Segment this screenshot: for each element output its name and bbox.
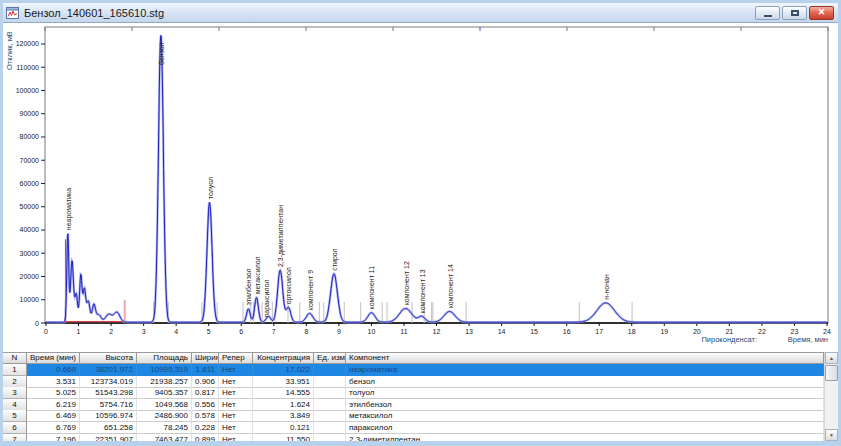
table-cell: этилбензол (346, 399, 824, 411)
peak-label: бензол (158, 42, 165, 65)
y-tick-label: 100000 (16, 87, 39, 94)
table-cell: 1.811 (192, 364, 219, 376)
table-cell: 5754.716 (80, 399, 137, 411)
table-cell: Нет (219, 434, 253, 441)
window-controls: ✕ (755, 6, 835, 20)
scroll-down-button[interactable]: ▼ (825, 429, 838, 441)
table-row[interactable]: 46.2195754.7161049.5680.556Нет1.624этилб… (3, 399, 824, 411)
table-row[interactable]: 77.19622351.9077463.4770.899Нет11.5502,3… (3, 434, 824, 441)
y-tick-label: 20000 (20, 273, 40, 280)
table-scrollbar[interactable]: ▲ ▼ (824, 352, 838, 441)
x-tick-label: 9 (337, 328, 341, 335)
peak-label: 2,3-диметилпентан (277, 205, 285, 267)
table-cell: бензол (346, 376, 824, 388)
x-tick-label: 16 (563, 328, 571, 335)
results-table-panel: NВремя (мин)ВысотаПлощадьШирин.РеперКонц… (3, 352, 838, 441)
table-cell: Нет (219, 399, 253, 411)
table-cell: 21938.257 (137, 376, 192, 388)
table-cell: 0.228 (192, 422, 219, 434)
row-number-cell: 5 (3, 410, 27, 422)
peak-label: компонент 14 (447, 264, 454, 308)
column-header[interactable]: N (3, 353, 27, 364)
table-row[interactable]: 23.531123734.01921938.2570.906Нет33.951б… (3, 376, 824, 388)
table-row[interactable]: 10.66938201.97210999.3191.811Нет17.022не… (3, 364, 824, 376)
minimize-button[interactable] (755, 6, 780, 20)
maximize-button[interactable] (782, 6, 807, 20)
x-tick-label: 1 (77, 328, 81, 335)
y-tick-label: 120000 (16, 40, 39, 47)
chromatogram-panel: 0100002000030000400005000060000700008000… (3, 23, 838, 352)
column-header[interactable]: Репер (219, 353, 253, 364)
table-cell: 7.196 (27, 434, 80, 441)
peak-label: стирол (331, 248, 339, 270)
table-cell: неароматика (346, 364, 824, 376)
table-cell: 10999.319 (137, 364, 192, 376)
document-icon (6, 6, 20, 20)
column-header[interactable]: Ед. изм (314, 353, 346, 364)
table-cell: параксилол (346, 422, 824, 434)
peak-label: этилбензол (245, 268, 252, 305)
column-header[interactable]: Время (мин) (27, 353, 80, 364)
scrollbar-thumb[interactable] (825, 365, 838, 381)
x-tick-label: 22 (758, 328, 766, 335)
column-header[interactable]: Компонент (346, 353, 824, 364)
minimize-icon (764, 15, 772, 17)
x-tick-label: 12 (433, 328, 441, 335)
table-cell: 6.219 (27, 399, 80, 411)
app-window: Бензол_140601_165610.stg ✕ 0100002000030… (0, 0, 841, 446)
chromatogram[interactable]: 0100002000030000400005000060000700008000… (3, 23, 838, 352)
table-cell: 123734.019 (80, 376, 137, 388)
peak-table: NВремя (мин)ВысотаПлощадьШирин.РеперКонц… (3, 352, 824, 441)
table-row[interactable]: 35.02551543.2989405.3570.817Нет14.555тол… (3, 387, 824, 399)
x-tick-label: 5 (207, 328, 211, 335)
table-cell: 3.849 (253, 410, 314, 422)
column-header[interactable]: Площадь (137, 353, 192, 364)
x-tick-label: 11 (400, 328, 407, 335)
table-cell: 1.624 (253, 399, 314, 411)
table-cell: 6.469 (27, 410, 80, 422)
peak-label: компонент 12 (403, 261, 410, 305)
x-axis-stream-label: Пироконденсат: (701, 335, 757, 344)
table-cell: 0.669 (27, 364, 80, 376)
table-row[interactable]: 56.46910596.9742486.9000.578Нет3.849мета… (3, 410, 824, 422)
table-cell: 3.531 (27, 376, 80, 388)
title-bar[interactable]: Бензол_140601_165610.stg ✕ (3, 3, 838, 23)
scroll-up-button[interactable]: ▲ (825, 352, 838, 364)
y-tick-label: 30000 (20, 250, 40, 257)
y-tick-label: 80000 (20, 133, 40, 140)
table-cell: 2,3-диметилпентан (346, 434, 824, 441)
table-cell: толуол (346, 387, 824, 399)
table-cell: метаксилол (346, 410, 824, 422)
table-cell: Нет (219, 410, 253, 422)
row-number-cell: 7 (3, 434, 27, 441)
table-cell: 0.578 (192, 410, 219, 422)
table-cell (314, 434, 346, 441)
x-tick-label: 14 (498, 328, 506, 335)
y-tick-label: 0 (35, 320, 39, 327)
table-cell (314, 422, 346, 434)
x-tick-label: 10 (368, 328, 376, 335)
y-tick-label: 10000 (20, 296, 40, 303)
x-tick-label: 19 (660, 328, 668, 335)
table-cell: 17.022 (253, 364, 314, 376)
close-button[interactable]: ✕ (809, 6, 834, 20)
table-cell: 10596.974 (80, 410, 137, 422)
y-tick-label: 40000 (20, 226, 40, 233)
x-tick-label: 20 (693, 328, 701, 335)
column-header[interactable]: Ширин. (192, 353, 219, 364)
peak-label: метаксилол (254, 256, 261, 294)
x-tick-label: 2 (109, 328, 113, 335)
x-tick-label: 15 (530, 328, 538, 335)
table-cell: 6.769 (27, 422, 80, 434)
row-number-cell: 4 (3, 399, 27, 411)
x-tick-label: 13 (465, 328, 473, 335)
x-tick-label: 6 (239, 328, 243, 335)
row-number-cell: 6 (3, 422, 27, 434)
table-cell: 5.025 (27, 387, 80, 399)
column-header[interactable]: Концентрация (253, 353, 314, 364)
table-row[interactable]: 66.769651.25878.2450.228Нет0.121параксил… (3, 422, 824, 434)
x-tick-label: 24 (823, 328, 831, 335)
column-header[interactable]: Высота (80, 353, 137, 364)
close-icon: ✕ (818, 8, 826, 17)
table-cell: 11.550 (253, 434, 314, 441)
